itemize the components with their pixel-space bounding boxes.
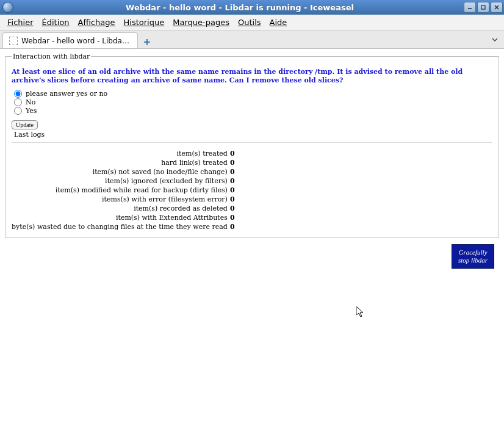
- stat-value: 0: [230, 195, 235, 204]
- stat-value: 0: [230, 186, 235, 195]
- menu-fichier[interactable]: Fichier: [4, 16, 37, 28]
- panel-legend: Interaction with libdar: [12, 53, 91, 60]
- stat-row: item(s) not saved (no inode/file change)…: [12, 167, 235, 176]
- tab-favicon: [9, 37, 18, 45]
- radio-option-yes[interactable]: Yes: [14, 107, 492, 115]
- menu-aide[interactable]: Aide: [266, 16, 291, 28]
- menu-marque-pages[interactable]: Marque-pages: [169, 16, 233, 28]
- stat-label: item(s) modified while read for backup (…: [12, 186, 230, 195]
- question-text: At least one slice of an old archive wit…: [12, 68, 492, 85]
- separator: [12, 142, 492, 143]
- page-content: Interaction with libdar At least one sli…: [0, 49, 504, 272]
- stat-row: item(s) treated0: [12, 149, 235, 158]
- plus-icon: +: [143, 36, 151, 48]
- tab-list-dropdown[interactable]: [489, 34, 500, 45]
- menu-affichage[interactable]: Affichage: [74, 16, 118, 28]
- stat-label: items(s) with error (filesystem error): [12, 195, 230, 204]
- stat-row: item(s) modified while read for backup (…: [12, 186, 235, 195]
- menu-bar: Fichier Édition Affichage Historique Mar…: [0, 15, 504, 31]
- app-icon: [2, 2, 13, 13]
- stat-label: item(s) ignored (excluded by filters): [12, 176, 230, 186]
- stat-row: item(s) with Extended Attributes0: [12, 213, 235, 222]
- window-title: Webdar - hello word - Libdar is running …: [16, 3, 464, 12]
- stop-wrap: Gracefully stop libdar: [5, 238, 499, 269]
- window-controls: [464, 2, 504, 13]
- stop-line2: stop libdar: [458, 256, 488, 264]
- radio-option-no[interactable]: No: [14, 98, 492, 106]
- stat-row: item(s) recorded as deleted0: [12, 204, 235, 213]
- radio-input-yes[interactable]: [14, 107, 22, 115]
- stat-value: 0: [230, 176, 235, 186]
- stat-value: 0: [230, 149, 235, 158]
- stat-row: item(s) ignored (excluded by filters)0: [12, 176, 235, 186]
- new-tab-button[interactable]: +: [140, 35, 154, 48]
- minimize-button[interactable]: [464, 2, 476, 13]
- stat-label: item(s) treated: [12, 149, 230, 158]
- tab-bar: Webdar - hello word - Libdar is r... +: [0, 31, 504, 49]
- stat-label: item(s) with Extended Attributes: [12, 213, 230, 222]
- mouse-cursor-icon: [356, 307, 365, 319]
- stat-value: 0: [230, 213, 235, 222]
- radio-input-prompt[interactable]: [14, 90, 22, 98]
- radio-label-prompt: please answer yes or no: [26, 90, 107, 98]
- chevron-down-icon: [492, 37, 498, 43]
- radio-label-no: No: [26, 98, 35, 106]
- close-button[interactable]: [491, 2, 503, 13]
- stop-line1: Gracefully: [458, 249, 487, 256]
- stat-label: byte(s) wasted due to changing files at …: [12, 222, 230, 231]
- tab-active[interactable]: Webdar - hello word - Libdar is r...: [2, 32, 138, 48]
- svg-marker-4: [356, 307, 363, 317]
- maximize-icon: [480, 4, 486, 10]
- window-titlebar: Webdar - hello word - Libdar is running …: [0, 0, 504, 15]
- minimize-icon: [467, 4, 473, 10]
- stat-row: byte(s) wasted due to changing files at …: [12, 222, 235, 231]
- last-logs-label: Last logs: [14, 131, 492, 139]
- menu-historique[interactable]: Historique: [120, 16, 168, 28]
- stat-row: hard link(s) treated0: [12, 158, 235, 167]
- close-icon: [494, 4, 500, 10]
- stat-label: hard link(s) treated: [12, 158, 230, 167]
- stat-value: 0: [230, 158, 235, 167]
- stat-value: 0: [230, 204, 235, 213]
- menu-outils[interactable]: Outils: [234, 16, 265, 28]
- stats-table: item(s) treated0 hard link(s) treated0 i…: [12, 149, 207, 231]
- tab-label: Webdar - hello word - Libdar is r...: [21, 37, 131, 45]
- stat-label: item(s) not saved (no inode/file change): [12, 167, 230, 176]
- menu-edition[interactable]: Édition: [38, 16, 73, 28]
- stat-value: 0: [230, 167, 235, 176]
- stat-row: items(s) with error (filesystem error)0: [12, 195, 235, 204]
- stat-label: item(s) recorded as deleted: [12, 204, 230, 213]
- update-button[interactable]: Update: [12, 120, 38, 129]
- stat-value: 0: [230, 222, 235, 231]
- radio-input-no[interactable]: [14, 98, 22, 106]
- gracefully-stop-button[interactable]: Gracefully stop libdar: [452, 244, 494, 269]
- radio-label-yes: Yes: [26, 107, 37, 115]
- svg-rect-1: [481, 5, 485, 9]
- radio-option-prompt[interactable]: please answer yes or no: [14, 90, 492, 98]
- interaction-panel: Interaction with libdar At least one sli…: [5, 53, 499, 238]
- maximize-button[interactable]: [477, 2, 489, 13]
